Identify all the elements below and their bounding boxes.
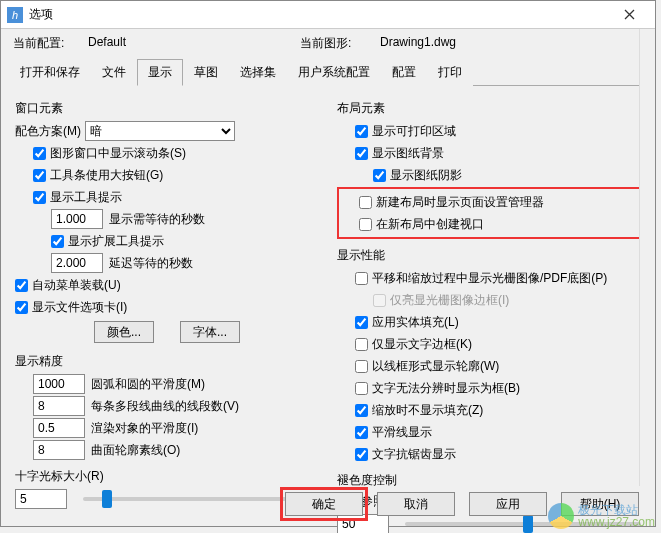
pan-zoom-label: 平移和缩放过程中显示光栅图像/PDF底图(P) <box>372 270 607 287</box>
help-button[interactable]: 帮助(H) <box>561 492 639 516</box>
smooth-line-label: 平滑线显示 <box>372 424 432 441</box>
paper-shadow-checkbox[interactable] <box>373 169 386 182</box>
scrollbars-label: 图形窗口中显示滚动条(S) <box>50 145 186 162</box>
file-tabs-checkbox[interactable] <box>15 301 28 314</box>
drawing-value: Drawing1.dwg <box>380 35 456 52</box>
auto-menu-label: 自动菜单装载(U) <box>32 277 121 294</box>
tab-display[interactable]: 显示 <box>137 59 183 86</box>
tab-profiles[interactable]: 配置 <box>381 59 427 86</box>
config-label: 当前配置: <box>13 35 88 52</box>
crosshair-input[interactable] <box>15 489 67 509</box>
tab-open-save[interactable]: 打开和保存 <box>9 59 91 86</box>
page-setup-checkbox[interactable] <box>359 196 372 209</box>
delay-seconds-input[interactable] <box>51 253 103 273</box>
scrollbar[interactable] <box>639 29 655 486</box>
ext-tooltips-checkbox[interactable] <box>51 235 64 248</box>
arc-input[interactable] <box>33 374 85 394</box>
crosshair-slider[interactable] <box>83 497 319 501</box>
ext-tooltips-label: 显示扩展工具提示 <box>68 233 164 250</box>
auto-menu-checkbox[interactable] <box>15 279 28 292</box>
tab-user-prefs[interactable]: 用户系统配置 <box>287 59 381 86</box>
tooltips-label: 显示工具提示 <box>50 189 122 206</box>
paper-bg-checkbox[interactable] <box>355 147 368 160</box>
highlight-border-label: 仅亮显光栅图像边框(I) <box>390 292 509 309</box>
crosshair-title: 十字光标大小(R) <box>15 468 319 485</box>
text-frame-label: 仅显示文字边框(K) <box>372 336 472 353</box>
config-value: Default <box>88 35 300 52</box>
wait-seconds-label: 显示需等待的秒数 <box>109 211 205 228</box>
antialias-checkbox[interactable] <box>355 448 368 461</box>
paper-shadow-label: 显示图纸阴影 <box>390 167 462 184</box>
color-scheme-label: 配色方案(M) <box>15 123 81 140</box>
page-setup-label: 新建布局时显示页面设置管理器 <box>376 194 544 211</box>
create-viewport-label: 在新布局中创建视口 <box>376 216 484 233</box>
delay-seconds-label: 延迟等待的秒数 <box>109 255 193 272</box>
wireframe-label: 以线框形式显示轮廓(W) <box>372 358 499 375</box>
contour-label: 曲面轮廓素线(O) <box>91 442 180 459</box>
arc-label: 圆弧和圆的平滑度(M) <box>91 376 205 393</box>
color-scheme-select[interactable]: 暗 <box>85 121 235 141</box>
poly-input[interactable] <box>33 396 85 416</box>
slider-thumb[interactable] <box>102 490 112 508</box>
ok-button[interactable]: 确定 <box>285 492 363 516</box>
printable-checkbox[interactable] <box>355 125 368 138</box>
file-tabs-label: 显示文件选项卡(I) <box>32 299 127 316</box>
close-button[interactable] <box>609 3 649 27</box>
render-label: 渲染对象的平滑度(I) <box>91 420 198 437</box>
window-elements-title: 窗口元素 <box>15 100 319 117</box>
scrollbars-checkbox[interactable] <box>33 147 46 160</box>
wait-seconds-input[interactable] <box>51 209 103 229</box>
close-icon <box>624 9 635 20</box>
tab-bar: 打开和保存 文件 显示 草图 选择集 用户系统配置 配置 打印 <box>9 58 647 86</box>
render-input[interactable] <box>33 418 85 438</box>
tooltips-checkbox[interactable] <box>33 191 46 204</box>
layout-title: 布局元素 <box>337 100 641 117</box>
low-res-text-label: 文字无法分辨时显示为框(B) <box>372 380 520 397</box>
tab-files[interactable]: 文件 <box>91 59 137 86</box>
tab-print[interactable]: 打印 <box>427 59 473 86</box>
wireframe-checkbox[interactable] <box>355 360 368 373</box>
poly-label: 每条多段线曲线的线段数(V) <box>91 398 239 415</box>
no-solid-zoom-label: 缩放时不显示填充(Z) <box>372 402 483 419</box>
pan-zoom-checkbox[interactable] <box>355 272 368 285</box>
printable-label: 显示可打印区域 <box>372 123 456 140</box>
tab-draft[interactable]: 草图 <box>183 59 229 86</box>
font-button[interactable]: 字体... <box>180 321 240 343</box>
performance-title: 显示性能 <box>337 247 641 264</box>
fade-title: 褪色度控制 <box>337 472 641 489</box>
paper-bg-label: 显示图纸背景 <box>372 145 444 162</box>
tab-selection[interactable]: 选择集 <box>229 59 287 86</box>
app-icon: h <box>7 7 23 23</box>
slider-thumb[interactable] <box>523 515 533 533</box>
big-buttons-label: 工具条使用大按钮(G) <box>50 167 163 184</box>
drawing-label: 当前图形: <box>300 35 380 52</box>
contour-input[interactable] <box>33 440 85 460</box>
big-buttons-checkbox[interactable] <box>33 169 46 182</box>
cancel-button[interactable]: 取消 <box>377 492 455 516</box>
low-res-text-checkbox[interactable] <box>355 382 368 395</box>
solid-fill-label: 应用实体填充(L) <box>372 314 459 331</box>
apply-button[interactable]: 应用 <box>469 492 547 516</box>
solid-fill-checkbox[interactable] <box>355 316 368 329</box>
no-solid-zoom-checkbox[interactable] <box>355 404 368 417</box>
create-viewport-checkbox[interactable] <box>359 218 372 231</box>
text-frame-checkbox[interactable] <box>355 338 368 351</box>
highlight-border-checkbox <box>373 294 386 307</box>
smooth-line-checkbox[interactable] <box>355 426 368 439</box>
antialias-label: 文字抗锯齿显示 <box>372 446 456 463</box>
precision-title: 显示精度 <box>15 353 319 370</box>
color-button[interactable]: 颜色... <box>94 321 154 343</box>
highlight-box-layout: 新建布局时显示页面设置管理器 在新布局中创建视口 <box>337 187 641 239</box>
window-title: 选项 <box>29 6 609 23</box>
xref-input[interactable] <box>337 514 389 533</box>
xref-slider[interactable] <box>405 522 641 526</box>
